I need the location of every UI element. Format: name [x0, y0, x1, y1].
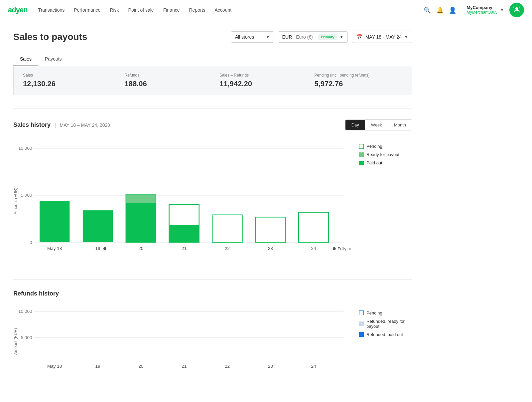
- bar-20-ready: [126, 195, 156, 203]
- svg-text:10,000: 10,000: [18, 146, 32, 151]
- refunds-chart-area: Amount (EUR) 10,000 5,000 May 18 19 20 2…: [13, 304, 351, 380]
- tabs: Sales Payouts: [13, 52, 412, 66]
- logo[interactable]: adyen: [8, 6, 28, 14]
- svg-text:Fully paid out: Fully paid out: [337, 247, 351, 251]
- refunds-history-section: Refunds history Amount (EUR) 10,000 5,00…: [13, 290, 412, 380]
- calendar-icon: 📅: [356, 34, 363, 40]
- time-toggle: Day Week Month: [345, 119, 412, 130]
- stat-sales: Sales 12,130.26: [23, 73, 118, 88]
- svg-text:May 18: May 18: [47, 246, 62, 251]
- svg-text:21: 21: [182, 364, 187, 369]
- primary-badge: Primary: [318, 34, 337, 40]
- svg-text:5,000: 5,000: [21, 193, 32, 198]
- nav-performance[interactable]: Performance: [74, 7, 100, 13]
- legend-paidout-box: [359, 161, 364, 165]
- time-btn-month[interactable]: Month: [388, 120, 412, 130]
- svg-text:22: 22: [225, 246, 230, 251]
- sales-chart-svg: Amount (EUR) 10,000 5,000 0: [13, 137, 351, 265]
- bar-21-pending-outline: [169, 205, 199, 225]
- sales-chart-area: Amount (EUR) 10,000 5,000 0: [13, 137, 351, 266]
- currency-code: EUR: [282, 34, 292, 40]
- tab-payouts[interactable]: Payouts: [38, 52, 68, 66]
- svg-text:23: 23: [268, 246, 273, 251]
- avatar: [509, 3, 524, 17]
- svg-text:0: 0: [30, 240, 32, 245]
- refunds-chart-container: Amount (EUR) 10,000 5,000 May 18 19 20 2…: [13, 304, 412, 380]
- svg-text:21: 21: [182, 246, 187, 251]
- currency-chevron-icon: ▼: [340, 35, 343, 39]
- svg-text:24: 24: [311, 364, 317, 369]
- svg-text:19: 19: [95, 246, 100, 251]
- main-content: Sales to payouts All stores ▼ EUR Euro (…: [0, 20, 426, 391]
- nav-links: Transactions Performance Risk Point of s…: [38, 7, 424, 13]
- svg-point-1: [515, 7, 518, 10]
- account-chevron-icon: ▼: [500, 8, 504, 12]
- nav-transactions[interactable]: Transactions: [38, 7, 65, 13]
- sales-chart-container: Amount (EUR) 10,000 5,000 0: [13, 137, 412, 266]
- date-chevron-icon: ▼: [404, 35, 408, 39]
- sales-history-section: Sales history | MAY 18 – MAY 24, 2020 Da…: [13, 119, 412, 266]
- refunds-legend-pending: Pending: [359, 310, 412, 315]
- account-menu[interactable]: MyCompany MyMerchant0005 ▼: [461, 3, 524, 17]
- date-filter[interactable]: 📅 MAY 18 - MAY 24 ▼: [352, 31, 412, 43]
- nav-account[interactable]: Account: [215, 7, 232, 13]
- nav-finance[interactable]: Finance: [163, 7, 180, 13]
- time-btn-day[interactable]: Day: [345, 120, 365, 130]
- store-chevron-icon: ▼: [266, 35, 270, 39]
- time-btn-week[interactable]: Week: [365, 120, 388, 130]
- section-title-group: Sales history | MAY 18 – MAY 24, 2020: [13, 121, 110, 128]
- bar-may18-paidout: [40, 201, 69, 242]
- svg-text:Amount (EUR): Amount (EUR): [13, 328, 18, 355]
- fully-paid-dot: [333, 247, 336, 250]
- dot-19: [103, 247, 106, 250]
- nav-reports[interactable]: Reports: [189, 7, 205, 13]
- svg-text:20: 20: [138, 364, 143, 369]
- legend-pending: Pending: [359, 144, 412, 149]
- nav-pos[interactable]: Point of sale: [128, 7, 154, 13]
- bar-23-outline: [255, 217, 285, 242]
- sales-chart-legend: Pending Ready for payout Paid out: [359, 137, 412, 266]
- svg-text:23: 23: [268, 364, 273, 369]
- refunds-legend-paidout: Refunded, paid out: [359, 332, 412, 337]
- divider-2: [13, 279, 412, 280]
- store-filter[interactable]: All stores ▼: [231, 31, 274, 43]
- refunds-chart-legend: Pending Refunded, ready for payout Refun…: [359, 304, 412, 380]
- currency-name: Euro (€): [296, 34, 313, 40]
- svg-text:19: 19: [95, 364, 100, 369]
- nav-icons: 🔍 🔔 👤: [424, 7, 456, 13]
- stats-bar: Sales 12,130.26 Refunds 188.06 Sales – R…: [13, 66, 412, 95]
- divider: [13, 108, 412, 109]
- refunds-legend-pending-box: [359, 310, 364, 315]
- legend-pending-box: [359, 144, 364, 149]
- refunds-chart-svg: Amount (EUR) 10,000 5,000 May 18 19 20 2…: [13, 304, 351, 379]
- currency-filter[interactable]: EUR Euro (€) Primary ▼: [278, 31, 348, 43]
- bar-24-outline: [299, 212, 329, 242]
- bar-21-paidout: [169, 225, 199, 242]
- store-label: All stores: [235, 34, 254, 40]
- filters: All stores ▼ EUR Euro (€) Primary ▼ 📅 MA…: [231, 31, 412, 43]
- bar-20-paidout: [126, 203, 156, 243]
- search-icon[interactable]: 🔍: [424, 7, 430, 13]
- stat-refunds: Refunds 188.06: [118, 73, 213, 88]
- user-icon[interactable]: 👤: [449, 7, 456, 13]
- bell-icon[interactable]: 🔔: [436, 7, 443, 13]
- tab-sales[interactable]: Sales: [13, 52, 38, 66]
- legend-ready-box: [359, 152, 364, 157]
- legend-paidout: Paid out: [359, 160, 412, 165]
- refunds-legend-ready: Refunded, ready for payout: [359, 319, 412, 329]
- account-info: MyCompany MyMerchant0005: [466, 5, 497, 15]
- stat-sales-minus-refunds: Sales – Refunds 11,942.20: [213, 73, 308, 88]
- legend-ready: Ready for payout: [359, 152, 412, 157]
- svg-text:10,000: 10,000: [18, 309, 32, 314]
- bar-22-outline: [212, 215, 242, 242]
- bar-19-paidout: [83, 210, 113, 242]
- date-range-label: MAY 18 - MAY 24: [365, 34, 402, 40]
- svg-text:20: 20: [138, 246, 143, 251]
- stat-pending: Pending (incl. pending refunds) 5,972.76: [308, 73, 403, 88]
- svg-text:Amount (EUR): Amount (EUR): [13, 188, 18, 215]
- svg-text:24: 24: [311, 246, 317, 251]
- svg-text:22: 22: [225, 364, 230, 369]
- page-header: Sales to payouts All stores ▼ EUR Euro (…: [13, 31, 412, 43]
- nav-risk[interactable]: Risk: [110, 7, 119, 13]
- refunds-legend-paidout-box: [359, 332, 364, 337]
